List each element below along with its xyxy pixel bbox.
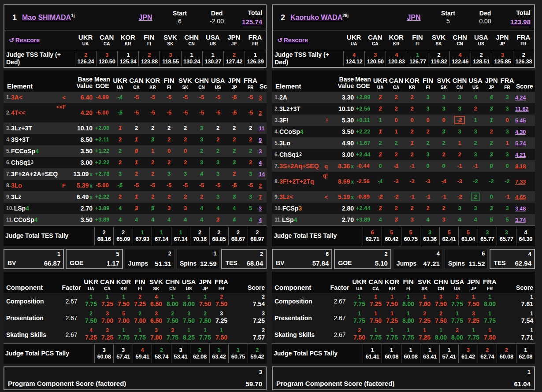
judge-header-can: CANCA: [96, 34, 117, 47]
judge-goe-value: 2: [490, 128, 493, 135]
judge-rank: 5: [401, 229, 420, 236]
judge-component-cell: 17.75: [115, 328, 132, 342]
judge-value: 60.08: [382, 354, 401, 360]
element-number: 10.: [6, 205, 14, 211]
component-score-value: 7.54: [521, 317, 533, 324]
element-name: 3Lz: [11, 193, 21, 200]
judge-subcode: CA: [96, 41, 117, 46]
mean-goe-cell: +2.22: [354, 128, 372, 135]
total-label: Total: [237, 9, 262, 17]
judge-component-cell: 27.00: [132, 311, 148, 325]
skater-name-link[interactable]: Mao SHIMADA: [22, 14, 71, 22]
element-score-link[interactable]: 3.74: [515, 217, 526, 223]
judge-goe-value: 2: [151, 125, 154, 131]
judge-goe-cell: 2: [372, 140, 388, 146]
element-score-link[interactable]: 5.45: [515, 117, 526, 124]
tss-tally-row-label: Judge TSS Tally (+ Ded): [4, 51, 75, 66]
judge-component-mark: 7.75: [468, 334, 479, 341]
judge-goe-cell: 2: [388, 140, 404, 146]
elements-judge-header-fin: FINFI: [420, 77, 436, 90]
component-score-column-header: Score: [230, 284, 267, 291]
judge-goe-cell: 3: [420, 151, 436, 158]
judge-goe-value: 2: [379, 105, 382, 112]
judge-goe-cell: 3: [177, 170, 193, 177]
mean-goe-cell: +3.89: [354, 216, 372, 223]
element-score-link[interactable]: 4: [259, 217, 262, 223]
judge-goe-cell: -5: [177, 109, 193, 116]
element-score-link[interactable]: 11.62: [515, 106, 528, 112]
pcs-factored-value: 59.70: [245, 380, 262, 388]
ded-stack: Ded0.00: [465, 9, 505, 26]
elements-table: ElementBaseValueMeanGOEUKRUACANCAKORKRFI…: [272, 70, 535, 246]
element-score-link[interactable]: 3: [259, 205, 262, 212]
judge-goe-cell: 4: [193, 170, 210, 177]
judge-goe-cell: 4: [242, 216, 259, 223]
judge-component-cell: 17.50: [197, 294, 213, 308]
judge-goe-cell: -5: [161, 94, 177, 100]
judge-component-rank: 1: [482, 328, 498, 334]
judge-component-cell: 18.00: [181, 294, 197, 308]
judge-component-cell: 27.50: [164, 311, 181, 325]
element-score-link[interactable]: 4.21: [515, 152, 526, 158]
element-score-link[interactable]: 2: [259, 110, 262, 116]
judge-value: 63.36: [420, 236, 439, 243]
judge-goe-value: -5: [248, 94, 253, 100]
skater-name-link[interactable]: Kaoruko WADA: [290, 14, 342, 22]
element-score-link[interactable]: 9: [259, 137, 262, 143]
judge-rank: 1: [118, 52, 138, 59]
judge-goe-cell: 3: [436, 105, 452, 112]
element-score-link[interactable]: 11: [259, 125, 264, 132]
judge-goe-cell: -1: [420, 193, 436, 200]
judge-goe-cell: 4: [128, 216, 145, 223]
judge-code: FIN: [400, 278, 416, 286]
element-score-link[interactable]: 8.18: [515, 163, 526, 170]
total-score-link[interactable]: 125.74: [237, 17, 262, 26]
judge-component-cell: 27.50: [197, 311, 213, 325]
base-value-cell: 4.20: [68, 109, 93, 116]
judge-header-fra: FRAFR: [245, 34, 266, 47]
box-rank: 6: [482, 250, 485, 257]
tes-tally-row-cell: 167.14: [171, 227, 190, 245]
element-level-suffix: 3: [298, 205, 302, 212]
element-score-link[interactable]: 3: [259, 94, 262, 101]
element-score-link[interactable]: 2: [259, 182, 262, 189]
elements-judge-header-can: CANCA: [128, 77, 145, 90]
element-score-link[interactable]: 5.74: [515, 140, 526, 147]
judge-goe-cell: 3: [226, 159, 242, 166]
judge-component-cell: 37.25: [213, 311, 230, 325]
element-score-link[interactable]: 4.65: [515, 194, 526, 200]
element-score-link[interactable]: 7.33: [515, 178, 526, 185]
judge-rank: 2: [513, 52, 534, 59]
element-score-link[interactable]: 3.48: [515, 205, 526, 212]
element-name: FCCoSp: [11, 148, 35, 155]
judge-rank: 2: [190, 347, 209, 354]
total-score-link[interactable]: 123.98: [505, 17, 531, 26]
judge-goe-cell: -4: [436, 178, 452, 185]
tes-tally-row-cell: 270.16: [190, 227, 209, 245]
element-name: FCSp: [282, 205, 299, 212]
tes-tally-row-cell: 268.16: [94, 227, 113, 245]
judge-component-mark: 7.75: [402, 334, 414, 341]
box-rank: 5: [116, 251, 119, 257]
judge-goe-value: -2: [394, 193, 399, 200]
element-score-link[interactable]: 3: [259, 148, 262, 155]
spins-box: 1Spins12.59: [176, 249, 220, 269]
judge-goe-value: -1: [409, 193, 415, 200]
judge-goe-value: 2: [184, 159, 187, 166]
judge-code: CHN: [452, 77, 468, 85]
element-score-link[interactable]: 7: [259, 194, 262, 200]
rescore-link[interactable]: ↺Rescore: [273, 37, 343, 44]
element-score-link[interactable]: 4.24: [515, 94, 526, 101]
judge-goe-value: 3: [135, 205, 138, 211]
judge-value: 59.41: [133, 354, 152, 360]
element-score-link[interactable]: 4.30: [515, 129, 526, 135]
judge-component-mark: 7.50: [118, 300, 130, 307]
judge-goe-value: 3: [426, 105, 429, 112]
nation-link[interactable]: JPN: [128, 14, 163, 22]
element-score-link[interactable]: 4: [259, 159, 262, 166]
judge-subcode: FI: [400, 286, 416, 291]
tss-tally-row-cell: 4122.46: [449, 51, 471, 66]
nation-link[interactable]: JPN: [396, 14, 431, 22]
element-score-link[interactable]: 14: [259, 171, 265, 178]
rescore-link[interactable]: ↺Rescore: [4, 37, 75, 44]
